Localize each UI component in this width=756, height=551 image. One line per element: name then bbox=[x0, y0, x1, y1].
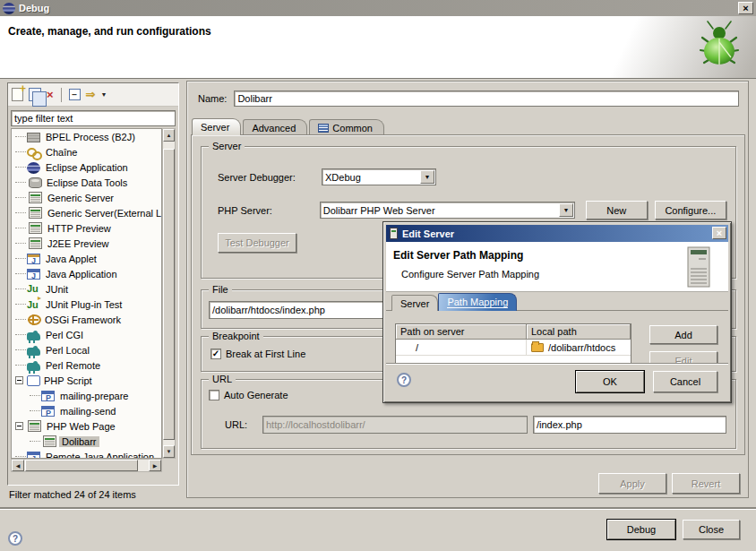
add-mapping-button[interactable]: Add bbox=[649, 325, 717, 344]
tree-item-label: HTTP Preview bbox=[45, 223, 114, 234]
mapping-row[interactable]: //dolibarr/htdocs bbox=[396, 340, 631, 356]
tab-server[interactable]: Server bbox=[192, 118, 241, 135]
tree-item-label: Perl Local bbox=[43, 345, 92, 356]
tree-connector bbox=[15, 151, 26, 152]
tree-item-php-script[interactable]: PHP Script bbox=[12, 373, 161, 388]
server-debugger-select[interactable]: XDebug ▼ bbox=[322, 168, 436, 185]
tree-horizontal-scrollbar[interactable]: ◀ ▶ bbox=[11, 459, 162, 472]
debug-button[interactable]: Debug bbox=[607, 520, 675, 539]
bpel-icon bbox=[27, 133, 40, 142]
tree-item-junit[interactable]: JUnit bbox=[12, 281, 161, 297]
ok-button[interactable]: OK bbox=[576, 371, 644, 392]
edit-server-dialog: Edit Server × Edit Server Path Mapping C… bbox=[382, 221, 732, 403]
tree-item-dolibarr[interactable]: Dolibarr bbox=[12, 434, 161, 449]
php-server-select[interactable]: Dolibarr PHP Web Server ▼ bbox=[320, 202, 575, 219]
tree-item-mailing-send[interactable]: mailing-send bbox=[12, 403, 161, 418]
revert-button[interactable]: Revert bbox=[672, 473, 740, 494]
tree-item-remote-java-application[interactable]: Remote Java Application bbox=[12, 449, 161, 459]
filter-menu-caret-icon[interactable]: ▼ bbox=[101, 91, 107, 98]
tree-item-label: Remote Java Application bbox=[43, 452, 157, 460]
new-server-button[interactable]: New bbox=[586, 201, 648, 220]
tree-item-php-web-page[interactable]: PHP Web Page bbox=[12, 418, 161, 434]
column-header-local-path[interactable]: Local path bbox=[527, 324, 631, 340]
chevron-down-icon[interactable]: ▼ bbox=[420, 170, 434, 184]
cancel-button[interactable]: Cancel bbox=[653, 371, 717, 392]
auto-generate-checkbox[interactable] bbox=[209, 390, 219, 400]
tree-connector bbox=[15, 197, 26, 198]
vertical-scroll-thumb[interactable] bbox=[163, 149, 175, 440]
chevron-down-icon[interactable]: ▼ bbox=[559, 203, 573, 217]
tree-item-mailing-prepare[interactable]: mailing-prepare bbox=[12, 388, 161, 403]
tree-item-perl-remote[interactable]: Perl Remote bbox=[12, 357, 161, 373]
table-icon bbox=[318, 124, 329, 133]
dialog-close-button[interactable]: × bbox=[712, 227, 726, 239]
tree-item-generic-server[interactable]: Generic Server bbox=[12, 190, 161, 205]
php-file-icon bbox=[41, 391, 55, 401]
tree-item-cha-ne[interactable]: Chaîne bbox=[12, 144, 161, 159]
dialog-tab-path-mapping[interactable]: Path Mapping bbox=[438, 293, 517, 311]
server-group-label: Server bbox=[209, 141, 245, 151]
tree-item-perl-local[interactable]: Perl Local bbox=[12, 342, 161, 357]
window-close-button[interactable]: × bbox=[738, 2, 753, 14]
edit-server-titlebar: Edit Server × bbox=[386, 225, 728, 242]
tree-connector bbox=[15, 182, 26, 183]
scroll-up-icon[interactable]: ▲ bbox=[163, 129, 175, 142]
tree-item-java-application[interactable]: Java Application bbox=[12, 266, 161, 281]
horizontal-scroll-thumb[interactable] bbox=[25, 460, 138, 471]
file-value: /dolibarr/htdocs/index.php bbox=[212, 305, 325, 315]
tree-vertical-scrollbar[interactable]: ▲ ▼ bbox=[162, 128, 176, 459]
configure-server-button[interactable]: Configure... bbox=[655, 201, 726, 220]
tree-item-generic-server-external-la[interactable]: Generic Server(External La bbox=[12, 205, 161, 220]
test-debugger-button[interactable]: Test Debugger bbox=[218, 233, 296, 253]
window-help-icon[interactable]: ? bbox=[8, 531, 22, 546]
dialog-button-bar: ? OK Cancel bbox=[386, 363, 728, 400]
base-url-field: http://localhostdolibarr/ bbox=[262, 416, 528, 434]
tree-item-osgi-framework[interactable]: OSGi Framework bbox=[12, 312, 161, 327]
tree-connector bbox=[30, 410, 40, 411]
delete-configuration-icon[interactable]: × bbox=[47, 89, 54, 100]
eclipse-icon bbox=[27, 162, 40, 174]
tree-item-perl-cgi[interactable]: Perl CGI bbox=[12, 327, 161, 342]
tab-common[interactable]: Common bbox=[309, 119, 384, 135]
server-debugger-value: XDebug bbox=[325, 172, 361, 183]
collapse-expander-icon[interactable] bbox=[15, 376, 23, 384]
type-filter-input[interactable]: type filter text bbox=[11, 110, 176, 126]
java-app-icon bbox=[27, 269, 40, 280]
collapse-all-icon[interactable]: − bbox=[69, 89, 81, 100]
new-configuration-icon[interactable] bbox=[12, 88, 23, 101]
server-icon bbox=[29, 222, 42, 234]
dialog-tab-server[interactable]: Server bbox=[391, 295, 438, 311]
tree-item-bpel-process-b2j-[interactable]: BPEL Process (B2J) bbox=[12, 129, 161, 144]
tree-item-http-preview[interactable]: HTTP Preview bbox=[12, 220, 161, 236]
filter-icon[interactable]: ⇒ bbox=[86, 89, 96, 100]
perl-icon bbox=[27, 348, 40, 356]
tree-item-j2ee-preview[interactable]: J2EE Preview bbox=[12, 236, 161, 251]
column-header-path-on-server[interactable]: Path on server bbox=[396, 324, 527, 340]
server-tower-icon bbox=[685, 246, 712, 288]
tree-item-eclipse-application[interactable]: Eclipse Application bbox=[12, 159, 161, 175]
server-icon bbox=[29, 237, 42, 249]
tree-item-junit-plug-in-test[interactable]: JUnit Plug-in Test bbox=[12, 297, 161, 312]
tree-connector bbox=[15, 212, 26, 213]
scroll-down-icon[interactable]: ▼ bbox=[163, 445, 175, 458]
tree-connector bbox=[15, 334, 26, 335]
scroll-left-icon[interactable]: ◀ bbox=[12, 460, 24, 471]
dialog-help-icon[interactable]: ? bbox=[397, 373, 411, 387]
break-first-line-checkbox[interactable]: ✓ bbox=[210, 349, 221, 359]
scroll-right-icon[interactable]: ▶ bbox=[149, 460, 161, 471]
file-group-label: File bbox=[209, 284, 232, 295]
tree-item-label: Chaîne bbox=[43, 147, 80, 158]
collapse-expander-icon[interactable] bbox=[15, 422, 23, 430]
perl-icon bbox=[27, 363, 40, 371]
tree-item-eclipse-data-tools[interactable]: Eclipse Data Tools bbox=[12, 175, 161, 190]
tree-item-label: PHP Script bbox=[41, 375, 95, 386]
tree-item-label: Generic Server bbox=[45, 193, 116, 203]
url-path-input[interactable]: /index.php bbox=[533, 416, 726, 434]
tree-item-label: Java Application bbox=[43, 269, 120, 280]
duplicate-configuration-icon[interactable] bbox=[29, 88, 41, 101]
tab-advanced[interactable]: Advanced bbox=[243, 119, 307, 135]
name-input[interactable]: Dolibarr bbox=[234, 90, 739, 107]
apply-button[interactable]: Apply bbox=[598, 473, 666, 494]
tree-item-java-applet[interactable]: Java Applet bbox=[12, 251, 161, 266]
close-button[interactable]: Close bbox=[683, 520, 740, 539]
